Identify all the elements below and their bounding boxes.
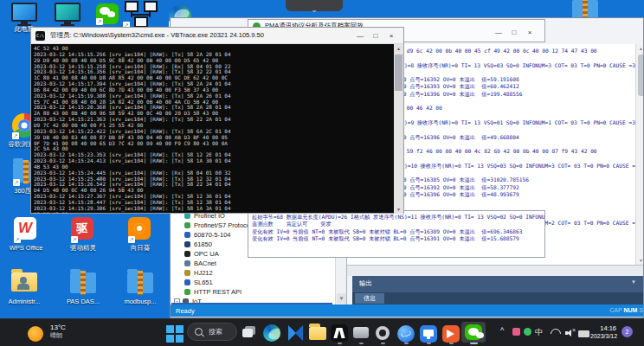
taskbar-clock[interactable]: 14:16 2023/3/12 (590, 324, 616, 340)
network-topology-icon: ↗ (123, 1, 158, 29)
protocol-icon (184, 260, 190, 266)
desktop-icon-driver-genius[interactable]: 驱 ↗ 驱动精灵 (61, 217, 106, 252)
cmd-icon: C:\ (35, 31, 45, 41)
tree-item-label: HTTP REST API (194, 288, 242, 296)
close-button[interactable]: × (522, 26, 538, 40)
tree-item[interactable]: SL651 (184, 278, 213, 287)
tree-item-label: 61850 (194, 240, 212, 248)
tree-item-label: BACnet (194, 260, 216, 267)
weather-widget[interactable]: 13°C 晴朗 (50, 324, 66, 339)
frame-detail-lines: 起始字节=68 数据单元长度(APDU)=26 I格式帧 发送序号(NS)=11… (248, 211, 544, 242)
scroll-down-arrow[interactable]: ▼ (394, 205, 403, 214)
taskbar-settings-icon[interactable] (376, 326, 395, 345)
weather-temp: 13°C (50, 324, 66, 331)
screen-widget-bar[interactable]: ⌄ (286, 0, 343, 11)
taskbar-edge-icon[interactable] (263, 324, 282, 343)
battery-icon[interactable] (578, 330, 589, 337)
frame-detail-line: 变化有效 IV=0 当前值 NT=0 未被取代 SB=0 未被封锁 BL=0 点… (252, 235, 544, 242)
icon-label: 向日葵 (118, 245, 163, 252)
task-view-button[interactable] (242, 326, 261, 345)
notification-badge[interactable]: 2 (621, 326, 633, 337)
status-scrl: SCRL (639, 307, 644, 313)
zip-folder-icon (70, 272, 96, 293)
taskbar-wechat-active[interactable] (461, 322, 486, 343)
desktop-icon-wps[interactable]: W ↗ WPS Office (3, 217, 48, 252)
cmd-title: 管理员: C:\Windows\System32\cmd.exe - VBTra… (50, 31, 264, 40)
maximize-button[interactable]: □ (368, 29, 383, 43)
scrollbar-thumb[interactable] (395, 54, 402, 91)
wechat-icon (465, 324, 482, 340)
protocol-icon (184, 213, 190, 219)
desktop-icon-remote-pc[interactable] (45, 3, 90, 24)
search-icon-handle (201, 334, 204, 337)
output-panel-header: 输出 ▼ (352, 276, 644, 292)
cmd-output-line: 9F 7D 41 00 08 40 00 65 D3 7C 42 00 09 4… (34, 141, 394, 147)
icon-label: modbusp... (118, 298, 163, 305)
tree-item[interactable]: BACnet (184, 259, 216, 268)
tree-item-label: OPC UA (194, 250, 219, 258)
tab-info[interactable]: 信息 (355, 293, 384, 304)
status-num: NUM (623, 307, 637, 313)
tray-wechat-icon[interactable] (524, 328, 531, 336)
windows-logo-icon (166, 325, 185, 343)
tree-item-label: HJ212 (194, 269, 213, 277)
shortcut-arrow-icon: ↗ (14, 236, 21, 243)
protocol-icon (184, 270, 190, 276)
tray-chevron-up[interactable]: ^ (500, 326, 504, 335)
maximize-button[interactable]: □ (506, 26, 522, 40)
frame-detail-line: 变化有效 IV=0 当前值 NT=0 未被取代 SB=0 未被封锁 BL=0 点… (252, 228, 544, 235)
taskbar-orange-app-icon[interactable] (442, 325, 461, 344)
tree-item[interactable]: HTTP REST API (184, 287, 242, 297)
cmd-output-line: 2023-03-12 14:15:24.413 [srv_iec104] [RA… (34, 158, 394, 164)
desktop-icon-modbus[interactable]: modbusp... (118, 272, 163, 305)
protocol-icon (184, 251, 190, 257)
desktop-icon-sunflower[interactable]: ↗ 向日葵 (118, 217, 163, 252)
protocol-icon (184, 232, 190, 238)
minimize-button[interactable]: — (352, 29, 368, 43)
desktop: 此电脑 ↗ ↗ ↗ (0, 0, 644, 346)
desktop-icon-network-tool[interactable]: ↗ (118, 1, 163, 29)
icon-label: Administr... (2, 298, 47, 305)
search-box[interactable]: 搜索 (187, 323, 237, 341)
tree-item[interactable]: HJ212 (184, 268, 213, 278)
tree-item[interactable]: Profinet/S7 Protocol (184, 221, 252, 230)
scrollbar-thumb[interactable] (638, 54, 644, 96)
scroll-down-arrow[interactable]: ▼ (637, 256, 644, 265)
scroll-down-arrow[interactable]: ▼ (337, 293, 346, 304)
taskbar-capcut-icon[interactable] (331, 324, 350, 343)
cmd-scrollbar[interactable]: ▲ ▼ (394, 44, 403, 214)
tree-item[interactable]: 60870-5-104 (184, 230, 231, 240)
taskbar-pc-manager-icon[interactable] (420, 325, 439, 344)
tree-item-label: Profinet/S7 Protocol (194, 221, 252, 229)
desktop-icon-pas-das[interactable]: PAS DAS... (61, 272, 106, 305)
cmd-output: 4C 52 43 002023-03-12 14:15:15.256 [srv_… (31, 44, 394, 214)
shortcut-arrow-icon: ↗ (96, 18, 103, 25)
tree-item[interactable]: 61850 (184, 240, 212, 249)
wifi-icon[interactable] (551, 329, 561, 339)
ime-indicator[interactable]: 中 (535, 327, 543, 338)
log-scrollbar[interactable]: ▲ ▼ (635, 44, 644, 265)
protocol-icon (184, 241, 190, 247)
minimize-button[interactable]: — (491, 26, 506, 40)
desktop-icon-zip-topright[interactable] (563, 0, 608, 19)
taskbar-code-app-icon[interactable] (287, 325, 306, 344)
panel-divider (347, 265, 644, 276)
scroll-up-arrow[interactable]: ▲ (394, 44, 403, 53)
chevron-down-icon: ⌄ (311, 5, 318, 14)
frame-detail-line: 起始字节=68 数据单元长度(APDU)=26 I格式帧 发送序号(NS)=11… (252, 214, 544, 221)
tree-item[interactable]: OPC UA (184, 249, 219, 259)
weather-icon[interactable] (28, 326, 43, 342)
cmd-titlebar[interactable]: C:\ 管理员: C:\Windows\System32\cmd.exe - V… (31, 28, 403, 44)
taskbar-quark-icon[interactable] (397, 325, 416, 344)
clock-time: 14:16 (590, 324, 616, 332)
start-button[interactable] (166, 325, 185, 344)
taskbar-explorer-icon[interactable] (309, 327, 328, 346)
tray-app-icon[interactable] (512, 328, 520, 336)
window-controls: — □ × (491, 26, 538, 40)
tree-item-label: SL651 (194, 279, 213, 286)
desktop-icon-administrator[interactable]: Administr... (2, 272, 47, 305)
scroll-up-arrow[interactable]: ▲ (637, 44, 644, 53)
close-button[interactable]: × (383, 29, 399, 43)
tree-item-label: 60870-5-104 (194, 231, 231, 239)
panel-dropdown-icon[interactable]: ▼ (631, 279, 636, 285)
